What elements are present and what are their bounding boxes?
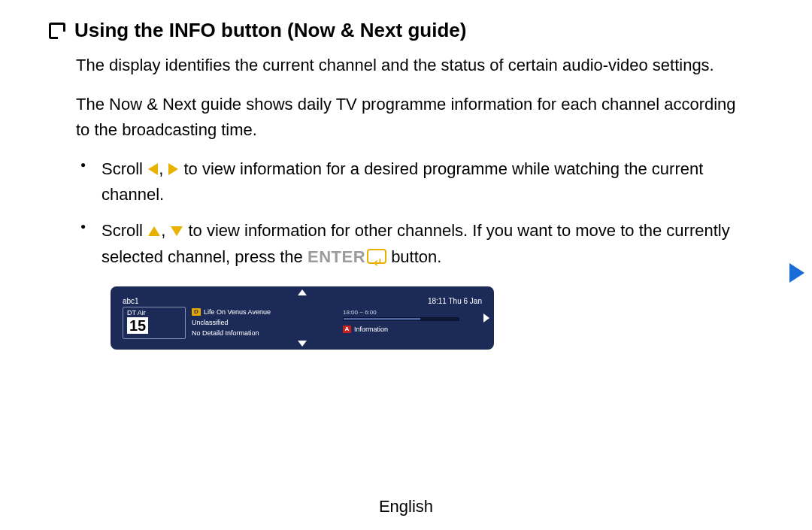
osd-source: DT Air [127, 309, 181, 316]
bullet2-mid1: , [161, 221, 170, 240]
bullet1-pre: Scroll [102, 159, 147, 178]
intro-paragraph-1: The display identifies the current chann… [76, 53, 741, 78]
bullet-item-2: Scroll , to view information for other c… [102, 218, 741, 269]
arrow-left-icon [148, 163, 158, 175]
bullet1-post: to view information for a desired progra… [102, 159, 703, 204]
osd-time-range: 18:00 ~ 6:00 [343, 309, 377, 316]
section-bullet-icon [49, 23, 65, 39]
osd-d-badge: D [192, 308, 201, 316]
bullet1-mid: , [159, 159, 168, 178]
bullet-item-1: Scroll , to view information for a desir… [102, 156, 741, 207]
osd-a-badge: A [343, 326, 351, 333]
osd-panel: abc1 18:11 Thu 6 Jan DT Air 15 D Life On… [111, 286, 494, 350]
osd-channel-name: abc1 [123, 297, 139, 305]
osd-clock: 18:11 Thu 6 Jan [428, 297, 482, 305]
arrow-down-icon [171, 226, 183, 236]
next-page-arrow-icon[interactable] [789, 263, 804, 283]
bullet2-post: button. [386, 247, 441, 266]
enter-label: ENTER [308, 247, 365, 266]
osd-detail: No Detaild Information [192, 328, 337, 338]
arrow-up-icon [148, 226, 160, 236]
osd-nav-up-icon [298, 289, 307, 295]
enter-button-icon [367, 249, 386, 264]
osd-channel-box: DT Air 15 [123, 307, 186, 339]
osd-right-column: 18:00 ~ 6:00 A Information [343, 307, 482, 339]
osd-progress-bar [343, 317, 459, 321]
osd-channel-number: 15 [127, 317, 148, 334]
arrow-right-icon [168, 163, 178, 175]
footer-language: English [379, 497, 433, 516]
osd-info-label: Information [354, 326, 388, 333]
osd-programme-column: D Life On Venus Avenue Unclassified No D… [192, 307, 337, 339]
osd-nav-down-icon [298, 341, 307, 347]
osd-programme-title: Life On Venus Avenue [204, 307, 271, 317]
page-title: Using the INFO button (Now & Next guide) [74, 19, 466, 42]
osd-nav-right-icon [483, 313, 489, 323]
intro-paragraph-2: The Now & Next guide shows daily TV prog… [76, 92, 741, 143]
bullet2-pre: Scroll [102, 221, 147, 240]
osd-rating: Unclassified [192, 317, 337, 328]
